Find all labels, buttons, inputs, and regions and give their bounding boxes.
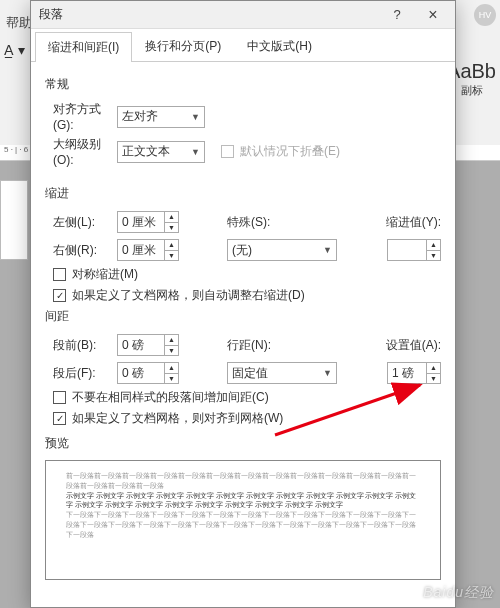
align-value: 左对齐 — [122, 108, 158, 125]
tab-line-page-breaks[interactable]: 换行和分页(P) — [132, 31, 234, 61]
dialog-title: 段落 — [39, 6, 63, 23]
collapse-checkbox — [221, 145, 234, 158]
dialog-content: 常规 对齐方式(G): 左对齐▼ 大纲级别(O): 正文文本▼ 默认情况下折叠(… — [31, 62, 455, 607]
special-select[interactable]: (无)▼ — [227, 239, 337, 261]
indent-by-input[interactable]: ▲▼ — [387, 239, 441, 261]
spin-up-icon[interactable]: ▲ — [427, 363, 440, 374]
no-space-checkbox[interactable] — [53, 391, 66, 404]
tab-asian-typography[interactable]: 中文版式(H) — [234, 31, 325, 61]
titlebar: 段落 ? × — [31, 1, 455, 29]
preview-before-text: 前一段落前一段落前一段落前一段落前一段落前一段落前一段落前一段落前一段落前一段落… — [66, 471, 420, 491]
chevron-down-icon: ▼ — [191, 147, 200, 157]
section-general: 常规 — [45, 76, 441, 93]
special-label: 特殊(S): — [227, 214, 295, 231]
space-after-value: 0 磅 — [122, 365, 144, 382]
at-input[interactable]: 1 磅▲▼ — [387, 362, 441, 384]
spin-down-icon[interactable]: ▼ — [427, 251, 440, 261]
help-button[interactable]: ? — [379, 2, 415, 28]
align-select[interactable]: 左对齐▼ — [117, 106, 205, 128]
outline-value: 正文文本 — [122, 143, 170, 160]
spin-down-icon[interactable]: ▼ — [165, 251, 178, 261]
line-spacing-value: 固定值 — [232, 365, 268, 382]
indent-right-label: 右侧(R): — [45, 242, 117, 259]
spin-down-icon[interactable]: ▼ — [165, 346, 178, 356]
close-button[interactable]: × — [415, 2, 451, 28]
chevron-down-icon: ▼ — [191, 112, 200, 122]
indent-left-spinner[interactable]: 0 厘米▲▼ — [117, 211, 179, 233]
indent-by-label: 缩进值(Y): — [373, 214, 441, 231]
at-label: 设置值(A): — [373, 337, 441, 354]
page-edge — [0, 180, 28, 260]
indent-left-label: 左侧(L): — [45, 214, 117, 231]
space-after-spinner[interactable]: 0 磅▲▼ — [117, 362, 179, 384]
spin-up-icon[interactable]: ▲ — [165, 212, 178, 223]
outline-select[interactable]: 正文文本▼ — [117, 141, 205, 163]
tab-strip: 缩进和间距(I) 换行和分页(P) 中文版式(H) — [31, 29, 455, 62]
collapse-label: 默认情况下折叠(E) — [240, 143, 340, 160]
watermark: Baidu经验 — [423, 584, 494, 602]
indent-grid-checkbox[interactable]: ✓ — [53, 289, 66, 302]
chevron-down-icon: ▼ — [323, 245, 332, 255]
space-after-label: 段后(F): — [45, 365, 117, 382]
avatar[interactable]: HV — [474, 4, 496, 26]
spin-down-icon[interactable]: ▼ — [165, 374, 178, 384]
spin-down-icon[interactable]: ▼ — [427, 374, 440, 384]
preview-box: 前一段落前一段落前一段落前一段落前一段落前一段落前一段落前一段落前一段落前一段落… — [45, 460, 441, 580]
preview-after-text: 下一段落下一段落下一段落下一段落下一段落下一段落下一段落下一段落下一段落下一段落… — [66, 510, 420, 539]
spacing-grid-label: 如果定义了文档网格，则对齐到网格(W) — [72, 410, 283, 427]
line-spacing-label: 行距(N): — [227, 337, 295, 354]
indent-grid-label: 如果定义了文档网格，则自动调整右缩进(D) — [72, 287, 305, 304]
space-before-label: 段前(B): — [45, 337, 117, 354]
special-value: (无) — [232, 242, 252, 259]
indent-right-spinner[interactable]: 0 厘米▲▼ — [117, 239, 179, 261]
spacing-grid-checkbox[interactable]: ✓ — [53, 412, 66, 425]
spin-up-icon[interactable]: ▲ — [165, 363, 178, 374]
align-label: 对齐方式(G): — [45, 101, 117, 132]
space-before-value: 0 磅 — [122, 337, 144, 354]
at-value: 1 磅 — [392, 365, 414, 382]
spin-up-icon[interactable]: ▲ — [427, 240, 440, 251]
tab-indent-spacing[interactable]: 缩进和间距(I) — [35, 32, 132, 62]
outline-label: 大纲级别(O): — [45, 136, 117, 167]
section-spacing: 间距 — [45, 308, 441, 325]
section-indent: 缩进 — [45, 185, 441, 202]
section-preview: 预览 — [45, 435, 441, 452]
space-before-spinner[interactable]: 0 磅▲▼ — [117, 334, 179, 356]
mirror-indent-label: 对称缩进(M) — [72, 266, 138, 283]
preview-sample-text: 示例文字 示例文字 示例文字 示例文字 示例文字 示例文字 示例文字 示例文字 … — [66, 491, 420, 511]
spin-up-icon[interactable]: ▲ — [165, 335, 178, 346]
mirror-indent-checkbox[interactable] — [53, 268, 66, 281]
tool-icon[interactable]: A̲ ▾ — [4, 42, 25, 58]
indent-left-value: 0 厘米 — [122, 214, 156, 231]
paragraph-dialog: 段落 ? × 缩进和间距(I) 换行和分页(P) 中文版式(H) 常规 对齐方式… — [30, 0, 456, 608]
chevron-down-icon: ▼ — [323, 368, 332, 378]
indent-right-value: 0 厘米 — [122, 242, 156, 259]
no-space-label: 不要在相同样式的段落间增加间距(C) — [72, 389, 269, 406]
spin-down-icon[interactable]: ▼ — [165, 223, 178, 233]
line-spacing-select[interactable]: 固定值▼ — [227, 362, 337, 384]
spin-up-icon[interactable]: ▲ — [165, 240, 178, 251]
